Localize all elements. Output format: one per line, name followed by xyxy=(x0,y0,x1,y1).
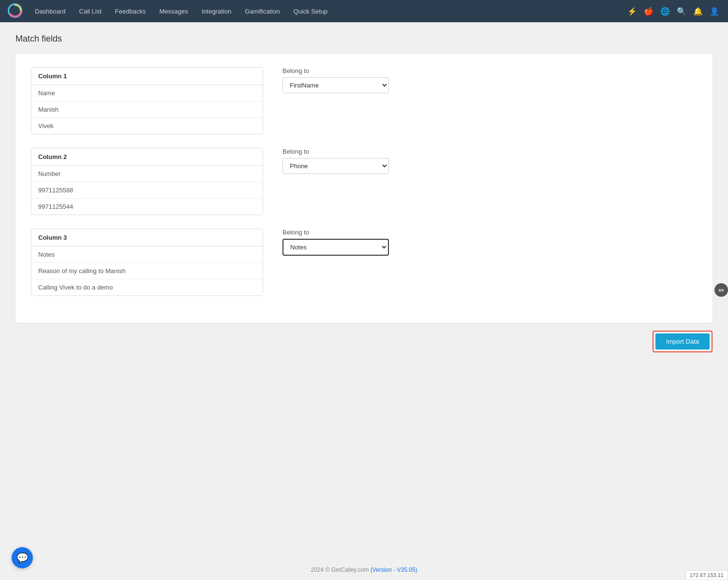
user-icon[interactable]: 👤 xyxy=(709,5,720,17)
column2-belong-label: Belong to xyxy=(282,148,389,155)
column3-row-2: Calling Vivek to do a demo xyxy=(31,279,263,295)
column3-row-1: Reason of my calling to Manish xyxy=(31,263,263,279)
nav-feedbacks[interactable]: Feedbacks xyxy=(109,5,152,18)
button-row: Import Data xyxy=(15,331,713,352)
column2-table: Column 2 Number 9971125588 9971125544 xyxy=(31,148,263,215)
nav-call-list[interactable]: Call List xyxy=(74,5,107,18)
match-fields-card: Column 1 Name Manish Vivek Belong to Fir… xyxy=(15,54,713,323)
column1-belong-select[interactable]: FirstName LastName Phone Email Notes xyxy=(282,77,389,93)
import-btn-wrapper: Import Data xyxy=(653,331,713,352)
column3-header: Column 3 xyxy=(31,229,263,246)
column3-table: Column 3 Notes Reason of my calling to M… xyxy=(31,229,263,296)
column1-row-0: Name xyxy=(31,85,263,102)
column3-belong-select[interactable]: FirstName LastName Phone Email Notes xyxy=(282,239,389,256)
footer-copyright: 2024 © GetCalley.com xyxy=(311,566,369,573)
column2-row-2: 9971125544 xyxy=(31,199,263,215)
globe-icon[interactable]: 🌐 xyxy=(659,5,671,17)
nav-integration[interactable]: Integration xyxy=(196,5,237,18)
column2-belong-select[interactable]: FirstName LastName Phone Email Notes xyxy=(282,158,389,174)
side-expand-button[interactable]: ⇔ xyxy=(714,283,728,297)
column2-belong: Belong to FirstName LastName Phone Email… xyxy=(282,148,389,174)
navbar-icons: ⚡ 🍎 🌐 🔍 🔔 👤 xyxy=(626,5,720,17)
column3-belong-label: Belong to xyxy=(282,229,389,236)
column2-row-0: Number xyxy=(31,166,263,182)
plugin-icon[interactable]: ⚡ xyxy=(626,5,638,17)
ip-badge: 172.67.153.11 xyxy=(685,570,728,580)
nav-gamification[interactable]: Gamification xyxy=(239,5,285,18)
column2-row-1: 9971125588 xyxy=(31,182,263,199)
column1-header: Column 1 xyxy=(31,68,263,85)
footer: 2024 © GetCalley.com (Version - V35.05) xyxy=(0,560,728,580)
nav-messages[interactable]: Messages xyxy=(153,5,193,18)
import-data-button[interactable]: Import Data xyxy=(655,334,710,349)
page-title: Match fields xyxy=(15,34,713,44)
column2-section: Column 2 Number 9971125588 9971125544 Be… xyxy=(31,148,697,215)
notification-icon[interactable]: 🔔 xyxy=(692,5,704,17)
footer-version[interactable]: (Version - V35.05) xyxy=(371,566,417,573)
column2-header: Column 2 xyxy=(31,148,263,166)
column1-table: Column 1 Name Manish Vivek xyxy=(31,67,263,134)
column3-row-0: Notes xyxy=(31,246,263,263)
nav-dashboard[interactable]: Dashboard xyxy=(29,5,72,18)
column3-belong: Belong to FirstName LastName Phone Email… xyxy=(282,229,389,256)
page-content: Match fields Column 1 Name Manish Vivek … xyxy=(0,22,728,364)
navbar-links: Dashboard Call List Feedbacks Messages I… xyxy=(29,5,626,18)
navbar: Dashboard Call List Feedbacks Messages I… xyxy=(0,0,728,22)
column1-belong: Belong to FirstName LastName Phone Email… xyxy=(282,67,389,93)
nav-quick-setup[interactable]: Quick Setup xyxy=(287,5,333,18)
column1-belong-label: Belong to xyxy=(282,67,389,74)
apple-icon[interactable]: 🍎 xyxy=(643,5,654,17)
column3-section: Column 3 Notes Reason of my calling to M… xyxy=(31,229,697,296)
column1-section: Column 1 Name Manish Vivek Belong to Fir… xyxy=(31,67,697,134)
column1-row-1: Manish xyxy=(31,102,263,118)
column1-row-2: Vivek xyxy=(31,118,263,134)
search-icon[interactable]: 🔍 xyxy=(676,5,687,17)
app-logo[interactable] xyxy=(8,3,23,19)
